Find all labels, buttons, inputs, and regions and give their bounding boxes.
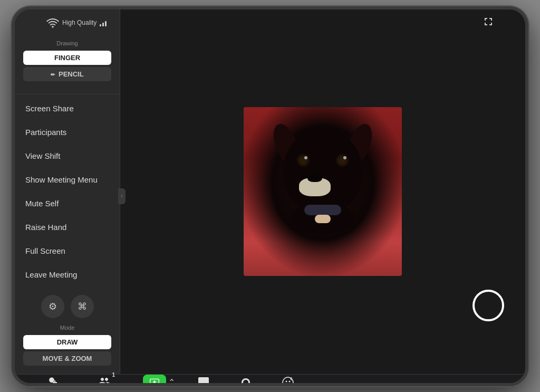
- svg-point-3: [243, 380, 248, 385]
- participants-count: 1: [112, 372, 115, 378]
- draw-button[interactable]: DRAW: [23, 335, 111, 349]
- eye-left: [297, 155, 309, 166]
- record-button[interactable]: Record: [230, 376, 262, 386]
- signal-bar-3: [105, 21, 107, 26]
- command-button[interactable]: ⌘: [71, 295, 94, 318]
- participants-icon: [98, 375, 111, 386]
- video-area: [120, 9, 525, 374]
- chat-button[interactable]: Chat: [188, 376, 219, 386]
- dog-head: [283, 128, 362, 213]
- toolbar-buttons: Invite 1 Manage Participants: [36, 375, 304, 386]
- drawing-section: Drawing FINGER ✏ PENCIL: [15, 36, 120, 88]
- sidebar-item-participants[interactable]: Participants: [15, 120, 120, 144]
- manage-participants-button[interactable]: 1 Manage Participants: [78, 375, 131, 386]
- share-screen-icon: [149, 377, 160, 386]
- tablet-frame: High Quality Drawing FINGER ✏ PENCIL: [12, 6, 528, 386]
- svg-point-4: [283, 377, 293, 386]
- quality-label: High Quality: [62, 19, 97, 26]
- signal-bar-1: [100, 24, 101, 26]
- sidebar-item-view-shift[interactable]: View Shift: [15, 144, 120, 168]
- dog-figure: [275, 123, 370, 228]
- fullscreen-icon-top[interactable]: [483, 16, 494, 29]
- sidebar-item-full-screen[interactable]: Full Screen: [15, 239, 120, 263]
- record-icon: [239, 376, 252, 386]
- main-video-tile: [244, 107, 402, 276]
- svg-point-5: [285, 380, 287, 382]
- eye-shine-right: [343, 156, 346, 159]
- invite-icon: [45, 376, 58, 386]
- share-screen-button[interactable]: ⌃ Share Screen: [141, 375, 177, 386]
- command-icon: ⌘: [78, 301, 87, 312]
- share-icon-wrapper: [143, 375, 166, 386]
- move-zoom-button[interactable]: MOVE & ZOOM: [23, 351, 111, 366]
- share-screen-icon-row: ⌃: [143, 375, 175, 386]
- finger-button[interactable]: FINGER: [23, 51, 111, 65]
- dog-nose: [307, 173, 322, 182]
- sidebar-bottom: ⚙ ⌘ Mode DRAW MOVE & ZOOM: [15, 286, 120, 374]
- dog-collar: [304, 205, 341, 215]
- drawing-label: Drawing: [23, 40, 111, 46]
- signal-bars: [100, 19, 107, 26]
- pencil-icon: ✏: [51, 72, 55, 78]
- svg-point-6: [288, 380, 290, 382]
- svg-point-0: [52, 26, 54, 28]
- top-bar: High Quality: [46, 15, 494, 31]
- sidebar-collapse-arrow[interactable]: ›: [118, 188, 126, 204]
- signal-bar-2: [102, 23, 104, 26]
- sidebar-item-screen-share[interactable]: Screen Share: [15, 97, 120, 120]
- reactions-icon: [282, 376, 294, 386]
- sidebar-item-raise-hand[interactable]: Raise Hand: [15, 215, 120, 239]
- bottom-toolbar: Invite 1 Manage Participants: [15, 374, 525, 386]
- mode-label: Mode: [23, 324, 111, 331]
- gear-button[interactable]: ⚙: [41, 295, 64, 318]
- divider-1: [15, 94, 120, 94]
- end-meeting-button[interactable]: End Meeting: [470, 382, 515, 386]
- share-screen-chevron[interactable]: ⌃: [168, 377, 175, 386]
- sidebar-item-show-meeting-menu[interactable]: Show Meeting Menu: [15, 168, 120, 192]
- eye-shine-left: [304, 156, 307, 159]
- arrow-icon: ›: [121, 193, 122, 199]
- invite-button[interactable]: Invite: [36, 376, 68, 386]
- sidebar-item-leave-meeting[interactable]: Leave Meeting: [15, 263, 120, 286]
- gear-icon: ⚙: [49, 301, 57, 312]
- connection-quality: High Quality: [46, 16, 107, 29]
- mode-controls: ⚙ ⌘: [23, 295, 111, 318]
- main-content: Drawing FINGER ✏ PENCIL Screen Share Par…: [15, 9, 525, 374]
- dog-bone: [315, 215, 331, 223]
- camera-circle-button[interactable]: [472, 290, 504, 321]
- sidebar: Drawing FINGER ✏ PENCIL Screen Share Par…: [15, 9, 120, 374]
- participants-icon-wrapper: 1: [98, 375, 111, 386]
- eye-right: [336, 155, 348, 166]
- pencil-button[interactable]: ✏ PENCIL: [23, 67, 111, 81]
- reactions-button[interactable]: Reactions: [272, 376, 304, 386]
- sidebar-item-mute-self[interactable]: Mute Self: [15, 192, 120, 215]
- chat-icon: [197, 376, 210, 386]
